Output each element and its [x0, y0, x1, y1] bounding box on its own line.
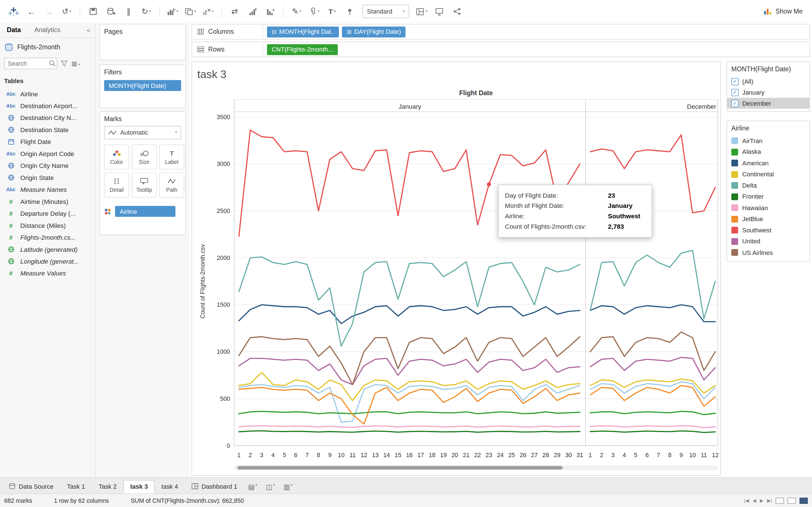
- first-sheet-icon[interactable]: |◀: [744, 498, 749, 503]
- horizontal-scrollbar[interactable]: [234, 465, 718, 470]
- pages-card[interactable]: Pages: [100, 24, 186, 60]
- field-flights-2month-cs[interactable]: #Flights-2month.cs...: [0, 231, 95, 243]
- show-sheet-sorter-icon[interactable]: [800, 497, 808, 504]
- pill-month-flight-dat[interactable]: ⊟MONTH(Flight Dat..: [267, 26, 339, 37]
- mark-labels-icon[interactable]: T▾: [324, 4, 340, 19]
- new-story-tab-button[interactable]: ▥+: [280, 480, 297, 494]
- new-worksheet-tab-button[interactable]: ▤+: [244, 480, 262, 494]
- sheet-tab-task-4[interactable]: task 4: [155, 480, 185, 494]
- filter-item-december[interactable]: ✓December: [727, 98, 809, 109]
- field-latitude-generated[interactable]: Latitude (generated): [0, 243, 95, 255]
- legend-item-american[interactable]: American: [727, 158, 809, 169]
- previous-sheet-icon[interactable]: ◀: [753, 498, 756, 503]
- field-measure-names[interactable]: AbcMeasure Names: [0, 184, 95, 195]
- series-line-hawaiian[interactable]: [239, 426, 580, 427]
- field-airtime-minutes[interactable]: #Airtime (Minutes): [0, 195, 95, 207]
- show-filmstrip-view-icon[interactable]: [788, 497, 796, 504]
- show-me-button[interactable]: Show Me: [763, 8, 807, 15]
- pill-cnt-flights-2month[interactable]: CNT(Flights-2month...: [267, 44, 338, 55]
- forward-icon[interactable]: →: [41, 4, 57, 19]
- fit-dropdown[interactable]: Standard ▾: [362, 5, 409, 18]
- show-hide-cards-icon[interactable]: ▾: [413, 4, 430, 19]
- next-sheet-icon[interactable]: ▶: [760, 498, 763, 503]
- presentation-mode-icon[interactable]: [431, 4, 448, 19]
- field-destination-airport[interactable]: AbcDestination Airport...: [0, 100, 95, 112]
- field-origin-airport-code[interactable]: AbcOrigin Airport Code: [0, 148, 95, 159]
- series-line-alaska[interactable]: [239, 411, 580, 413]
- sheet-tab-task-2[interactable]: Task 2: [92, 480, 123, 494]
- group-members-icon[interactable]: ▾: [306, 4, 323, 19]
- pause-updates-icon[interactable]: ∥: [120, 4, 137, 19]
- tooltip-button[interactable]: Tooltip: [132, 173, 157, 198]
- run-update-icon[interactable]: ↻▾: [138, 4, 154, 19]
- path-button[interactable]: Path: [159, 173, 185, 198]
- sheet-tab-data-source[interactable]: Data Source: [2, 480, 60, 494]
- size-button[interactable]: Size: [132, 145, 157, 170]
- field-measure-values[interactable]: #Measure Values: [0, 267, 95, 279]
- legend-item-us-airlines[interactable]: US Airlines: [727, 247, 809, 258]
- label-button[interactable]: T Label: [159, 145, 185, 170]
- series-line-united[interactable]: [591, 357, 715, 380]
- sort-descending-icon[interactable]: [262, 4, 278, 19]
- legend-item-continental[interactable]: Continental: [727, 169, 809, 180]
- show-tabs-view-icon[interactable]: [776, 497, 784, 504]
- legend-item-alaska[interactable]: Alaska: [727, 147, 809, 158]
- series-line-jetblue[interactable]: [239, 387, 580, 424]
- series-line-american[interactable]: [591, 305, 715, 322]
- field-flight-date[interactable]: Flight Date: [0, 136, 95, 148]
- share-icon[interactable]: [449, 4, 465, 19]
- tab-data[interactable]: Data: [0, 23, 28, 38]
- back-icon[interactable]: ←: [23, 4, 40, 19]
- last-sheet-icon[interactable]: ▶|: [767, 498, 772, 503]
- clear-sheet-icon[interactable]: ▾: [200, 4, 216, 19]
- legend-item-jetblue[interactable]: JetBlue: [727, 214, 809, 225]
- series-line-united[interactable]: [239, 358, 580, 385]
- field-origin-city-name[interactable]: Origin City Name: [0, 160, 95, 172]
- field-longitude-generat[interactable]: Longitude (generat...: [0, 255, 95, 267]
- series-line-alaska[interactable]: [591, 411, 715, 414]
- filter-item-january[interactable]: ✓January: [727, 87, 809, 98]
- collapse-pane-icon[interactable]: <: [82, 26, 95, 34]
- field-departure-delay[interactable]: #Departure Delay (...: [0, 208, 95, 219]
- new-dashboard-tab-button[interactable]: ◫+: [262, 480, 280, 494]
- datasource-row[interactable]: Flights-2month: [0, 38, 95, 55]
- checkbox[interactable]: ✓: [731, 100, 739, 107]
- series-line-delta[interactable]: [591, 250, 715, 319]
- field-airline[interactable]: AbcAirline: [0, 88, 95, 100]
- checkbox[interactable]: ✓: [731, 78, 739, 85]
- rows-shelf[interactable]: Rows CNT(Flights-2month...: [192, 42, 810, 57]
- filter-item-all[interactable]: ✓(All): [727, 76, 809, 87]
- duplicate-sheet-icon[interactable]: ▾: [182, 4, 199, 19]
- legend-item-frontier[interactable]: Frontier: [727, 191, 809, 202]
- save-icon[interactable]: [85, 4, 101, 19]
- legend-item-airtran[interactable]: AirTran: [727, 135, 809, 147]
- pill-day-flight-date[interactable]: ⊞DAY(Flight Date): [342, 26, 405, 37]
- series-line-frontier[interactable]: [591, 431, 715, 433]
- color-button[interactable]: Color: [104, 145, 129, 170]
- highlighted-mark[interactable]: [487, 182, 491, 186]
- field-distance-miles[interactable]: #Distance (Miles): [0, 219, 95, 231]
- sort-ascending-icon[interactable]: [244, 4, 261, 19]
- series-line-frontier[interactable]: [239, 431, 580, 432]
- chart-canvas[interactable]: 0500100015002000250030003500Flight DateJ…: [192, 62, 720, 475]
- sheet-tab-task-1[interactable]: Task 1: [60, 480, 92, 494]
- highlight-icon[interactable]: ✎▾: [289, 4, 305, 19]
- new-data-source-icon[interactable]: [103, 4, 119, 19]
- columns-shelf[interactable]: Columns ⊟MONTH(Flight Dat..⊞DAY(Flight D…: [192, 24, 810, 40]
- legend-item-southwest[interactable]: Southwest: [727, 225, 809, 236]
- swap-rows-columns-icon[interactable]: ⇄: [226, 4, 243, 19]
- legend-item-delta[interactable]: Delta: [727, 180, 809, 191]
- filter-fields-icon[interactable]: [61, 60, 68, 67]
- field-destination-state[interactable]: Destination State: [0, 124, 95, 135]
- legend-item-united[interactable]: United: [727, 236, 809, 247]
- sheet-tab-task-3[interactable]: task 3: [123, 480, 155, 494]
- new-worksheet-icon[interactable]: ▾: [164, 4, 181, 19]
- legend-item-hawaiian[interactable]: Hawaiian: [727, 202, 809, 214]
- checkbox[interactable]: ✓: [731, 89, 739, 96]
- series-line-continental[interactable]: [591, 379, 715, 393]
- detail-button[interactable]: Detail: [104, 173, 129, 198]
- series-line-american[interactable]: [239, 305, 580, 324]
- tab-analytics[interactable]: Analytics: [28, 23, 67, 38]
- filter-pill-month-flight-date[interactable]: MONTH(Flight Date): [104, 80, 181, 91]
- scrollbar-thumb[interactable]: [238, 466, 563, 469]
